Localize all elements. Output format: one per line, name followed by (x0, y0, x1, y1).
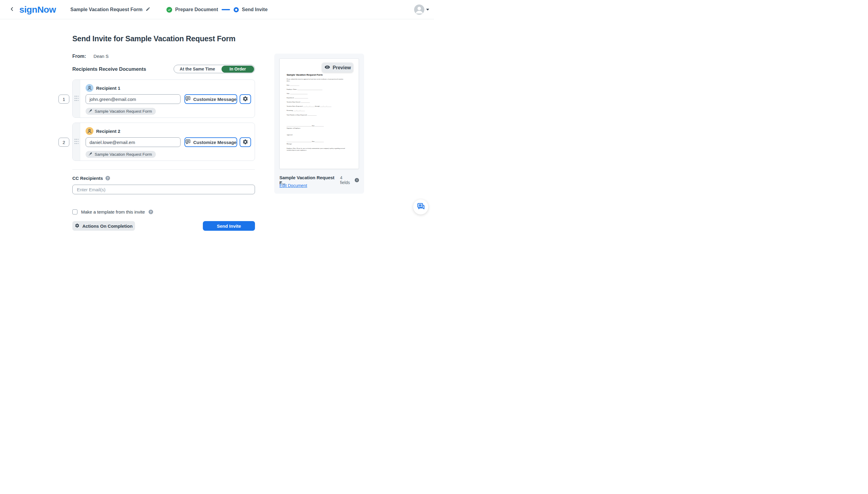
recipient-avatar-icon (86, 127, 93, 135)
gear-icon (242, 139, 248, 146)
from-row: From: Dean S (72, 54, 255, 59)
chevron-left-icon (10, 6, 15, 13)
fields-count-label: 4 fields (340, 175, 353, 185)
customize-message-label: Customize Message (193, 97, 236, 102)
preview-label: Preview (333, 65, 351, 71)
mini-doc-line: Approval: (287, 134, 352, 136)
page-title: Send Invite for Sample Vacation Request … (72, 34, 255, 43)
mini-doc-title: Sample Vacation Request Form (287, 74, 352, 76)
recipient-card-2: 2 Recipient 2 Customize Message (72, 122, 255, 161)
recipient-controls: Customize Message (86, 137, 251, 147)
document-title: Sample Vacation Request Form (71, 7, 143, 12)
recipient-avatar-icon (86, 84, 93, 92)
mini-doc-line: Signature of Employee (287, 128, 352, 129)
mini-doc-line: _________________________________ Date__… (287, 125, 352, 127)
mini-doc-line: Total Number of Days Requested: ________… (287, 114, 352, 116)
help-icon[interactable]: ? (106, 176, 110, 180)
mini-doc-line: Please submit this form for approval at … (287, 78, 347, 82)
attached-document-name: Sample Vacation Request Form (95, 109, 152, 114)
back-button[interactable] (7, 5, 17, 15)
mini-doc-line: Returning: ____/____/______ (287, 110, 352, 111)
document-title-row: Sample Vacation Request Form (71, 7, 150, 13)
recipient-header: Recipient 1 (86, 84, 251, 92)
mini-doc-line: Date: ____________ (287, 84, 352, 86)
drag-handle[interactable] (73, 123, 80, 160)
step-prepare-document[interactable]: Prepare Document (166, 7, 218, 13)
recipient-settings-button[interactable] (240, 137, 251, 147)
check-circle-icon (166, 7, 172, 13)
document-preview-panel: Preview Sample Vacation Request Form Ple… (274, 54, 364, 194)
mini-doc-line: Title: _______________________ (287, 93, 352, 95)
attached-document-tag[interactable]: Sample Vacation Request Form (86, 108, 156, 115)
mini-doc-line: _________________________________ Date__… (287, 141, 352, 142)
recipient-order-badge: 1 (58, 95, 69, 103)
support-chat-button[interactable] (413, 200, 428, 214)
template-checkbox-row: Make a template from this invite ? (72, 209, 255, 214)
drag-dots-icon (74, 138, 79, 145)
recipient-email-input[interactable] (86, 137, 181, 147)
actions-on-completion-label: Actions On Completion (82, 224, 133, 229)
customize-message-button[interactable]: Customize Message (184, 94, 237, 104)
recipient-name: Recipient 1 (96, 86, 120, 91)
mini-doc-line: Vacation Dates Requested: ____/____/____… (287, 106, 352, 107)
recipient-card-content: Recipient 1 Customize Message (86, 84, 251, 115)
from-label: From: (72, 54, 86, 59)
step-connector (222, 9, 230, 10)
actions-on-completion-button[interactable]: Actions On Completion (72, 221, 135, 231)
progress-steps: Prepare Document Send Invite (166, 0, 267, 19)
speech-bubble-icon (185, 139, 191, 146)
send-invite-button[interactable]: Send Invite (203, 221, 255, 231)
top-bar: signNow Sample Vacation Request Form Pre… (0, 0, 434, 19)
from-value: Dean S (93, 54, 109, 59)
cc-recipients-label: CC Recipients (72, 176, 103, 181)
eye-icon (324, 64, 330, 71)
customize-message-button[interactable]: Customize Message (184, 137, 237, 147)
mini-doc-line: Employer Note: Please be sure to clearly… (287, 148, 347, 151)
toggle-option-in-order[interactable]: In Order (222, 66, 254, 73)
document-thumbnail[interactable]: Sample Vacation Request Form Please subm… (279, 58, 359, 169)
recipient-settings-button[interactable] (240, 94, 251, 104)
preview-button[interactable]: Preview (322, 63, 353, 73)
make-template-checkbox[interactable] (72, 209, 77, 214)
order-toggle[interactable]: At the Same Time In Order (173, 65, 255, 73)
recipient-email-input[interactable] (86, 94, 181, 104)
cc-recipients-input[interactable] (72, 185, 255, 194)
recipients-order-row: Recipients Receive Documents At the Same… (72, 65, 255, 73)
edit-document-link[interactable]: Edit Document (279, 183, 307, 188)
recipient-controls: Customize Message (86, 94, 251, 104)
attached-document-name: Sample Vacation Request Form (95, 152, 152, 157)
recipient-header: Recipient 2 (86, 127, 251, 135)
help-icon[interactable]: ? (149, 210, 153, 214)
pen-nib-icon (88, 152, 93, 157)
fields-count: 4 fields i (340, 175, 359, 185)
user-avatar (414, 4, 424, 15)
info-icon[interactable]: i (355, 178, 359, 182)
signnow-logo[interactable]: signNow (19, 4, 56, 15)
pencil-icon[interactable] (146, 7, 150, 13)
recipients-order-label: Recipients Receive Documents (72, 66, 146, 72)
chat-bubbles-icon (417, 203, 425, 211)
mini-doc-line: Employee Name: _________________________… (287, 89, 352, 90)
form-actions-row: Actions On Completion Send Invite (72, 221, 255, 231)
drag-handle[interactable] (73, 80, 80, 117)
toggle-option-same-time[interactable]: At the Same Time (174, 66, 221, 71)
section-divider (72, 169, 255, 170)
gear-icon (75, 223, 79, 229)
customize-message-label: Customize Message (193, 140, 236, 145)
gear-icon (242, 96, 248, 103)
recipient-card-1: 1 Recipient 1 Customize Message (72, 79, 255, 118)
make-template-label: Make a template from this invite (81, 209, 145, 214)
step-send-invite[interactable]: Send Invite (234, 7, 267, 12)
radio-ring-icon (234, 7, 239, 12)
caret-down-icon (426, 9, 429, 11)
mini-doc-line: Vacation Days Earned: ____________ (287, 101, 352, 103)
recipient-order-badge: 2 (58, 138, 69, 147)
mini-doc-line: Manager (287, 143, 352, 145)
recipient-name: Recipient 2 (96, 129, 120, 134)
drag-dots-icon (74, 95, 79, 102)
attached-document-tag[interactable]: Sample Vacation Request Form (86, 151, 156, 158)
mini-doc-line: Department: __________________ (287, 97, 352, 99)
send-invite-form: Send Invite for Sample Vacation Request … (72, 19, 255, 231)
recipient-card-content: Recipient 2 Customize Message (86, 127, 251, 158)
account-menu[interactable] (414, 4, 429, 15)
